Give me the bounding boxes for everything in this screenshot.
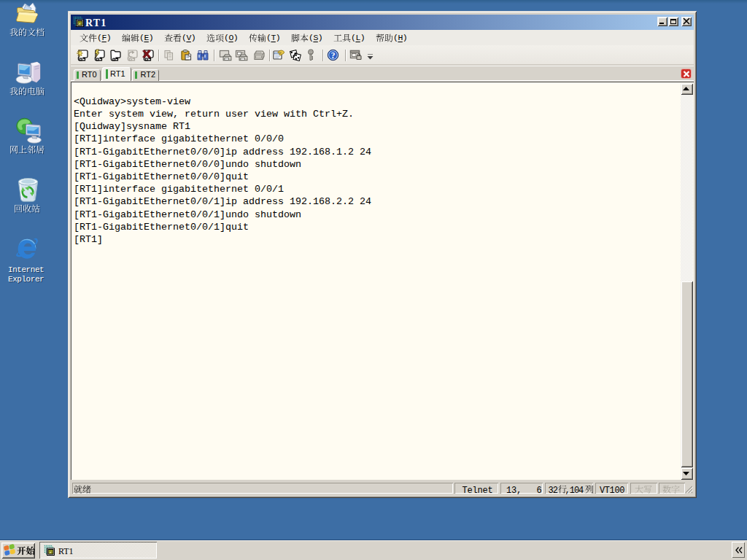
svg-text:?: ? [331, 51, 336, 60]
